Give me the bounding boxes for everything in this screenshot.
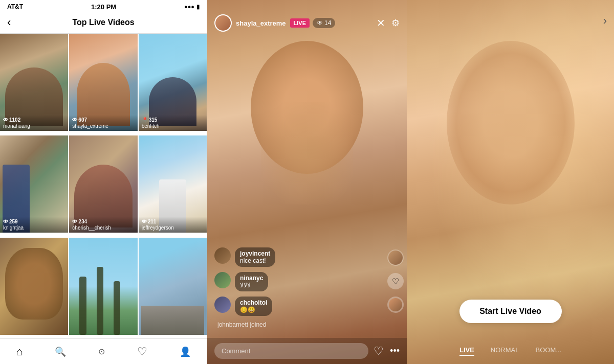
- stream-header: shayla_extreme LIVE 👁 14 ✕ ⚙: [207, 0, 407, 37]
- battery-icon: ▮: [196, 4, 200, 10]
- settings-button[interactable]: ⚙: [391, 17, 400, 29]
- start-live-video-button[interactable]: Start Live Video: [459, 300, 562, 323]
- view-count-knightjaa: 259: [9, 219, 18, 224]
- right-panel: › Start Live Video LIVE NORMAL BOOM...: [407, 0, 614, 364]
- video-cell-knightjaa[interactable]: 👁259 knightjaa: [0, 135, 68, 233]
- next-arrow-button[interactable]: ›: [603, 14, 607, 28]
- video-cell-beach2[interactable]: [139, 238, 207, 335]
- comment-avatar-nina: [214, 272, 231, 288]
- nav-home-icon[interactable]: ⌂: [8, 343, 31, 360]
- comment-text-joy: nice cast!: [240, 257, 270, 264]
- username-shayla: shayla_extreme: [72, 123, 134, 129]
- viewer-count: 👁 14: [313, 18, 335, 28]
- view-count-jeffrey: 211: [148, 219, 157, 224]
- comment-text-nina: لالالا: [240, 282, 263, 289]
- username-knightjaa: knightjaa: [3, 225, 65, 231]
- view-count-cherish: 234: [78, 219, 87, 224]
- comments-area: joyvincent nice cast! ninanyc لالالا chc…: [207, 242, 386, 333]
- username-jeffrey: jeffreydgerson: [142, 225, 204, 231]
- left-header: ‹ Top Live Videos: [0, 11, 207, 34]
- bottom-actions: ♡ •••: [374, 345, 400, 358]
- live-badge: LIVE: [290, 18, 310, 28]
- streamer-avatar: [214, 14, 232, 32]
- side-actions: ♡: [387, 249, 404, 313]
- camera-mode-tabs: LIVE NORMAL BOOM...: [407, 340, 614, 364]
- comment-bubble-nina: ninanyc لالالا: [235, 272, 268, 291]
- comment-user-joy: joyvincent: [240, 250, 270, 257]
- eye-icon: 👁: [72, 117, 77, 123]
- close-button[interactable]: ✕: [377, 17, 385, 29]
- video-cell-cherish[interactable]: 👁234 cherish__cherish: [69, 135, 137, 233]
- eye-icon: 📍: [142, 117, 148, 123]
- view-count-shayla: 607: [78, 117, 87, 123]
- comment-joyvincent: joyvincent nice cast!: [214, 247, 379, 267]
- heart-button[interactable]: ♡: [374, 345, 384, 358]
- video-cell-dog[interactable]: [0, 238, 68, 335]
- left-panel: AT&T 1:20 PM ●●● ▮ ‹ Top Live Videos 👁11…: [0, 0, 207, 364]
- video-cell-monahuang[interactable]: 👁1102 monahuang: [0, 34, 68, 131]
- comment-avatar-joy: [214, 247, 231, 264]
- eye-icon: 👁: [3, 219, 8, 224]
- joined-notification: johnbarnett joined: [214, 321, 379, 328]
- username-cherish: cherish__cherish: [72, 225, 134, 231]
- viewer-number: 14: [324, 19, 331, 27]
- bottom-nav: ⌂ 🔍 ⊙ ♡ 👤: [0, 338, 207, 364]
- middle-panel: shayla_extreme LIVE 👁 14 ✕ ⚙ joyvincent …: [207, 0, 407, 364]
- nav-profile-icon[interactable]: 👤: [171, 344, 199, 359]
- viewer-eye-icon: 👁: [317, 19, 323, 27]
- side-heart-icon[interactable]: ♡: [387, 273, 404, 289]
- back-button[interactable]: ‹: [7, 16, 11, 29]
- video-cell-jeffrey[interactable]: 👁211 jeffreydgerson: [139, 135, 207, 233]
- side-avatar-icon[interactable]: [387, 249, 404, 266]
- page-title: Top Live Videos: [7, 18, 200, 27]
- comment-bubble-joy: joyvincent nice cast!: [235, 247, 275, 267]
- status-bar: AT&T 1:20 PM ●●● ▮: [0, 0, 207, 11]
- streamer-name: shayla_extreme: [236, 19, 286, 27]
- stream-bottom-bar: ♡ •••: [207, 338, 407, 364]
- tab-normal[interactable]: NORMAL: [491, 346, 519, 356]
- nav-camera-icon[interactable]: ⊙: [90, 345, 113, 358]
- video-cell-benfitch[interactable]: 📍315 benfitch: [139, 34, 207, 131]
- comment-bubble-chch: chchoitoi 😊😀: [235, 297, 272, 316]
- tab-boomerang[interactable]: BOOM...: [535, 346, 561, 356]
- video-grid: 👁1102 monahuang 👁607 shayla_extreme 📍315…: [0, 34, 207, 338]
- username-monahuang: monahuang: [3, 123, 65, 129]
- eye-icon: 👁: [72, 219, 77, 224]
- right-top-bar: ›: [407, 0, 614, 33]
- comment-avatar-chch: [214, 297, 231, 313]
- nav-search-icon[interactable]: 🔍: [47, 344, 74, 359]
- view-count-monahuang: 1102: [9, 117, 20, 123]
- more-button[interactable]: •••: [390, 346, 400, 356]
- tab-live[interactable]: LIVE: [459, 346, 474, 356]
- username-benfitch: benfitch: [142, 123, 204, 129]
- comment-user-chch: chchoitoi: [240, 299, 267, 306]
- comment-chch: chchoitoi 😊😀: [214, 297, 379, 316]
- video-cell-shayla[interactable]: 👁607 shayla_extreme: [69, 34, 137, 131]
- eye-icon: 👁: [3, 117, 8, 123]
- view-count-benfitch: 315: [149, 117, 158, 123]
- nav-heart-icon[interactable]: ♡: [129, 343, 156, 360]
- comment-ninanyc: ninanyc لالالا: [214, 272, 379, 291]
- eye-icon: 👁: [142, 219, 147, 224]
- signal-icon: ●●●: [184, 4, 194, 10]
- comment-input[interactable]: [214, 343, 368, 359]
- time: 1:20 PM: [91, 3, 116, 11]
- video-cell-palms[interactable]: [69, 238, 137, 335]
- side-share-icon[interactable]: [387, 297, 404, 313]
- status-icons: ●●● ▮: [184, 4, 200, 10]
- comment-text-chch: 😊😀: [240, 306, 267, 313]
- carrier: AT&T: [7, 3, 23, 10]
- comment-user-nina: ninanyc: [240, 275, 263, 282]
